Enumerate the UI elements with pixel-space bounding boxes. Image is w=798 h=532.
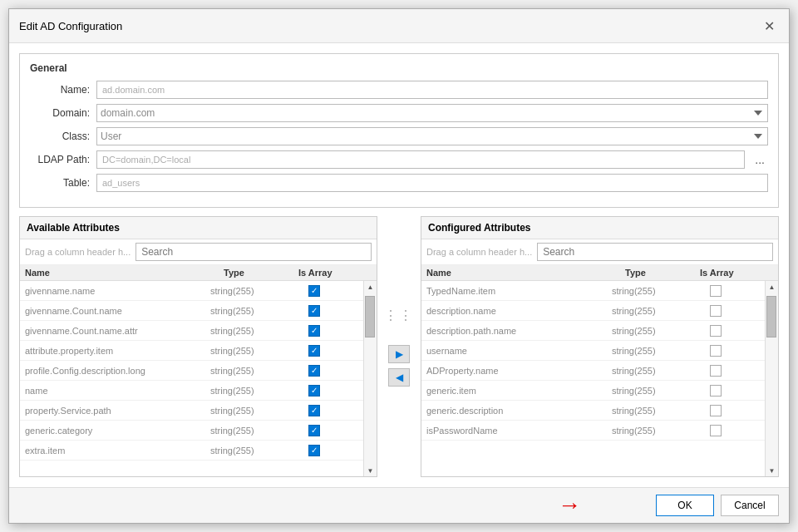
row-isarray-cell[interactable]	[285, 305, 343, 317]
configured-scroll-down[interactable]: ▼	[766, 465, 778, 476]
row-type: string(255)	[612, 366, 687, 376]
available-col-scroll	[357, 268, 372, 278]
row-isarray-cell[interactable]	[285, 365, 343, 377]
table-row[interactable]: givenname.Count.name.attr string(255)	[20, 321, 363, 341]
row-name: givenname.name	[25, 286, 210, 296]
domain-select[interactable]: domain.com	[96, 104, 768, 122]
table-input[interactable]	[96, 174, 768, 192]
row-isarray-cell[interactable]	[687, 425, 745, 436]
row-checkbox[interactable]	[308, 325, 320, 337]
table-row[interactable]: extra.item string(255)	[20, 441, 363, 461]
row-isarray-cell[interactable]	[687, 285, 745, 297]
row-name: description.path.name	[426, 326, 612, 336]
row-checkbox[interactable]	[710, 305, 722, 317]
table-row[interactable]: givenname.Count.name string(255)	[20, 301, 363, 321]
move-right-button[interactable]: ▶	[388, 345, 410, 363]
configured-scrollbar[interactable]: ▲ ▼	[765, 281, 778, 476]
close-button[interactable]: ✕	[759, 16, 779, 36]
table-row[interactable]: generic.category string(255)	[20, 421, 363, 441]
table-row[interactable]: description.name string(255)	[421, 301, 765, 321]
row-name: profile.Config.description.long	[25, 366, 210, 376]
row-isarray-cell[interactable]	[687, 325, 745, 337]
table-row[interactable]: profile.Config.description.long string(2…	[20, 361, 363, 381]
row-type: string(255)	[612, 306, 687, 316]
row-type: string(255)	[210, 286, 285, 296]
resize-handle[interactable]: ⋮⋮	[382, 308, 416, 323]
available-search-input[interactable]	[135, 243, 372, 261]
ldap-dots-button[interactable]: ...	[751, 153, 768, 166]
row-type: string(255)	[210, 406, 285, 416]
row-checkbox[interactable]	[308, 365, 320, 377]
configured-scroll-up[interactable]: ▲	[766, 281, 778, 293]
row-isarray-cell[interactable]	[687, 345, 745, 357]
available-scroll-up[interactable]: ▲	[364, 281, 377, 293]
row-type: string(255)	[612, 286, 687, 296]
ldap-input[interactable]	[96, 150, 745, 169]
configured-search-input[interactable]	[537, 243, 773, 261]
row-type: string(255)	[210, 386, 285, 396]
table-row[interactable]: attribute.property.item string(255)	[20, 341, 363, 361]
configured-attributes-panel: Configured Attributes Drag a column head…	[421, 216, 779, 477]
table-row[interactable]: generic.description string(255)	[421, 401, 765, 421]
row-isarray-cell[interactable]	[285, 345, 343, 357]
row-isarray-cell[interactable]	[285, 445, 343, 456]
row-checkbox[interactable]	[308, 385, 320, 397]
row-checkbox[interactable]	[710, 365, 722, 377]
middle-controls: ⋮⋮ ▶ ◀	[377, 216, 421, 477]
row-isarray-cell[interactable]	[687, 385, 745, 397]
row-checkbox[interactable]	[308, 285, 320, 297]
class-select[interactable]: User	[96, 127, 768, 145]
table-row[interactable]: property.Service.path string(255)	[20, 401, 363, 421]
row-isarray-cell[interactable]	[687, 365, 745, 377]
available-scrollbar[interactable]: ▲ ▼	[363, 281, 377, 476]
class-label: Class:	[30, 131, 90, 142]
row-isarray-cell[interactable]	[285, 285, 343, 297]
row-checkbox[interactable]	[710, 405, 722, 416]
available-attributes-panel: Available Attributes Drag a column heade…	[19, 216, 377, 477]
row-checkbox[interactable]	[308, 445, 320, 456]
general-legend: General	[30, 62, 768, 74]
row-isarray-cell[interactable]	[285, 405, 343, 416]
configured-panel-title: Configured Attributes	[421, 217, 778, 239]
row-type: string(255)	[612, 386, 687, 396]
row-checkbox[interactable]	[308, 345, 320, 357]
row-checkbox[interactable]	[710, 385, 722, 397]
row-isarray-cell[interactable]	[687, 305, 745, 317]
row-isarray-cell[interactable]	[285, 425, 343, 436]
ldap-row: LDAP Path: ...	[30, 150, 768, 169]
row-isarray-cell[interactable]	[285, 385, 343, 397]
row-type: string(255)	[210, 346, 285, 356]
available-scroll-down[interactable]: ▼	[364, 465, 377, 476]
configured-scroll-thumb[interactable]	[766, 296, 776, 337]
table-row[interactable]: name string(255)	[20, 381, 363, 401]
configured-toolbar: Drag a column header h...	[421, 239, 778, 265]
available-table-body[interactable]: givenname.name string(255) givenname.Cou…	[20, 281, 363, 476]
row-checkbox[interactable]	[710, 285, 722, 297]
table-row[interactable]: generic.item string(255)	[421, 381, 765, 401]
ok-button[interactable]: OK	[656, 495, 714, 516]
table-row[interactable]: isPasswordName string(255)	[421, 421, 765, 441]
table-row[interactable]: username string(255)	[421, 341, 765, 361]
configured-table-body[interactable]: TypedName.item string(255) description.n…	[421, 281, 765, 476]
configured-scroll-track	[766, 293, 778, 465]
available-scroll-thumb[interactable]	[365, 296, 375, 337]
table-row[interactable]: givenname.name string(255)	[20, 281, 363, 301]
row-checkbox[interactable]	[710, 425, 722, 436]
row-checkbox[interactable]	[308, 405, 320, 416]
row-checkbox[interactable]	[710, 325, 722, 337]
configured-col-isarray: Is Array	[700, 268, 758, 278]
row-type: string(255)	[210, 426, 285, 436]
row-isarray-cell[interactable]	[285, 325, 343, 337]
table-row[interactable]: ADProperty.name string(255)	[421, 361, 765, 381]
name-input[interactable]	[96, 81, 768, 99]
row-checkbox[interactable]	[710, 345, 722, 357]
row-checkbox[interactable]	[308, 425, 320, 436]
table-row[interactable]: description.path.name string(255)	[421, 321, 765, 341]
row-isarray-cell[interactable]	[687, 405, 745, 416]
table-row[interactable]: TypedName.item string(255)	[421, 281, 765, 301]
row-name: isPasswordName	[426, 426, 612, 436]
row-name: givenname.Count.name.attr	[25, 326, 210, 336]
cancel-button[interactable]: Cancel	[721, 495, 779, 516]
move-left-button[interactable]: ◀	[388, 368, 410, 387]
row-checkbox[interactable]	[308, 305, 320, 317]
